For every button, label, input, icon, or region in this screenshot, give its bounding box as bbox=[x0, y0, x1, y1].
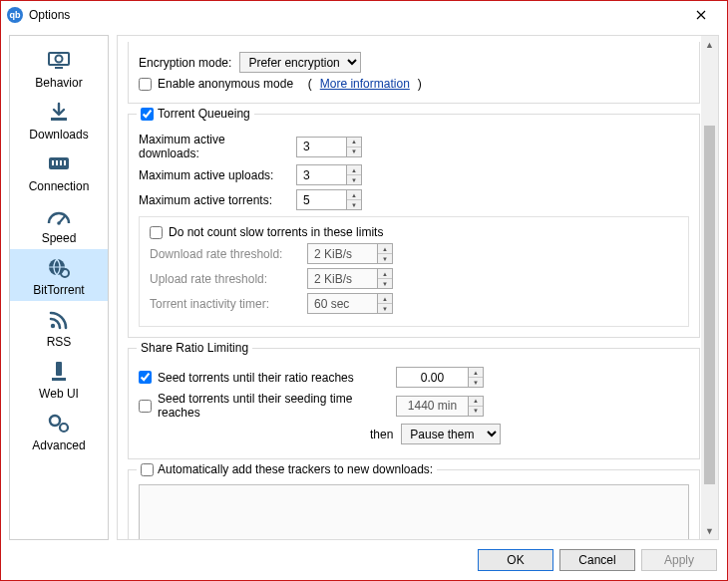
more-info-link[interactable]: More information bbox=[320, 77, 410, 91]
slow-checkbox-label[interactable]: Do not count slow torrents in these limi… bbox=[150, 225, 678, 239]
sidebar-label: Connection bbox=[29, 179, 90, 193]
slow-label: Do not count slow torrents in these limi… bbox=[169, 225, 383, 239]
apply-button: Apply bbox=[641, 549, 717, 571]
time-checkbox[interactable] bbox=[139, 400, 152, 413]
close-icon bbox=[696, 10, 706, 20]
anonymous-label: Enable anonymous mode bbox=[158, 77, 293, 91]
inactivity-label: Torrent inactivity timer: bbox=[150, 297, 299, 311]
globe-gear-icon bbox=[44, 255, 74, 281]
titlebar: qb Options bbox=[1, 1, 727, 29]
max-uploads-spin[interactable]: ▲▼ bbox=[296, 164, 362, 185]
cancel-label: Cancel bbox=[578, 553, 615, 567]
privacy-group: Encryption mode: Prefer encryption Enabl… bbox=[128, 42, 700, 104]
spin-buttons: ▲▼ bbox=[468, 396, 484, 417]
sidebar-label: Behavior bbox=[35, 76, 82, 90]
spin-buttons[interactable]: ▲▼ bbox=[346, 164, 362, 185]
sidebar-item-speed[interactable]: Speed bbox=[10, 197, 108, 249]
spin-buttons: ▲▼ bbox=[377, 293, 393, 314]
encryption-row: Encryption mode: Prefer encryption bbox=[139, 52, 689, 73]
app-icon: qb bbox=[7, 7, 23, 23]
spin-buttons: ▲▼ bbox=[377, 268, 393, 289]
ratio-checkbox-label[interactable]: Seed torrents until their ratio reaches bbox=[139, 371, 388, 385]
cancel-button[interactable]: Cancel bbox=[559, 549, 635, 571]
ratio-checkbox[interactable] bbox=[139, 371, 152, 384]
inactivity-input bbox=[307, 293, 377, 314]
sidebar-item-downloads[interactable]: Downloads bbox=[10, 94, 108, 145]
inactivity-spin: ▲▼ bbox=[307, 293, 393, 314]
sidebar-item-bittorrent[interactable]: BitTorrent bbox=[10, 249, 108, 301]
close-button[interactable] bbox=[681, 3, 721, 27]
queueing-legend: Torrent Queueing bbox=[137, 107, 254, 121]
slow-checkbox[interactable] bbox=[150, 226, 163, 239]
max-downloads-input[interactable] bbox=[296, 137, 346, 157]
encryption-select[interactable]: Prefer encryption bbox=[239, 52, 361, 73]
then-action-select[interactable]: Pause them bbox=[401, 424, 501, 444]
spin-buttons[interactable]: ▲▼ bbox=[468, 367, 484, 388]
max-downloads-row: Maximum active downloads: ▲▼ bbox=[139, 133, 689, 160]
svg-rect-7 bbox=[60, 160, 62, 165]
ul-threshold-spin: ▲▼ bbox=[307, 268, 393, 289]
inactivity-row: Torrent inactivity timer: ▲▼ bbox=[150, 293, 678, 314]
max-downloads-label: Maximum active downloads: bbox=[139, 133, 288, 160]
sidebar-label: BitTorrent bbox=[33, 283, 84, 297]
svg-rect-15 bbox=[52, 378, 66, 381]
max-torrents-input[interactable] bbox=[296, 189, 346, 210]
ul-threshold-row: Upload rate threshold: ▲▼ bbox=[150, 268, 678, 289]
sidebar-label: Speed bbox=[42, 231, 77, 245]
max-uploads-input[interactable] bbox=[296, 164, 346, 185]
dl-threshold-label: Download rate threshold: bbox=[150, 247, 299, 261]
max-torrents-label: Maximum active torrents: bbox=[139, 193, 288, 207]
max-torrents-spin[interactable]: ▲▼ bbox=[296, 189, 362, 210]
ok-button[interactable]: OK bbox=[478, 549, 553, 571]
apply-label: Apply bbox=[664, 553, 694, 567]
trackers-label: Automatically add these trackers to new … bbox=[158, 462, 433, 476]
gauge-icon bbox=[44, 203, 74, 229]
sidebar-item-behavior[interactable]: Behavior bbox=[10, 42, 108, 94]
sidebar-label: Web UI bbox=[39, 387, 79, 401]
max-downloads-spin[interactable]: ▲▼ bbox=[296, 137, 362, 157]
download-icon bbox=[44, 100, 74, 126]
sidebar-label: Downloads bbox=[29, 128, 88, 142]
queueing-group: Torrent Queueing Maximum active download… bbox=[128, 114, 700, 338]
svg-rect-6 bbox=[56, 160, 58, 165]
svg-rect-5 bbox=[52, 160, 54, 165]
sidebar: Behavior Downloads Connection Speed bbox=[9, 35, 109, 540]
trackers-group: Automatically add these trackers to new … bbox=[128, 469, 700, 539]
anonymous-checkbox-label[interactable]: Enable anonymous mode bbox=[139, 77, 293, 91]
encryption-label: Encryption mode: bbox=[139, 56, 231, 70]
svg-point-2 bbox=[56, 56, 63, 63]
ratio-spin[interactable]: ▲▼ bbox=[396, 367, 484, 388]
svg-rect-14 bbox=[56, 362, 62, 376]
max-uploads-label: Maximum active uploads: bbox=[139, 168, 288, 182]
anonymous-checkbox[interactable] bbox=[139, 78, 152, 91]
ratio-row: Seed torrents until their ratio reaches … bbox=[139, 367, 689, 388]
sidebar-item-rss[interactable]: RSS bbox=[10, 301, 108, 353]
ratio-label: Seed torrents until their ratio reaches bbox=[158, 371, 354, 385]
dl-threshold-input bbox=[307, 243, 377, 264]
time-checkbox-label[interactable]: Seed torrents until their seeding time r… bbox=[139, 392, 388, 420]
spin-buttons[interactable]: ▲▼ bbox=[346, 189, 362, 210]
svg-point-17 bbox=[60, 424, 68, 432]
svg-rect-3 bbox=[51, 118, 67, 121]
spin-buttons: ▲▼ bbox=[377, 243, 393, 264]
settings-content: Encryption mode: Prefer encryption Enabl… bbox=[118, 36, 718, 539]
seeding-time-row: Seed torrents until their seeding time r… bbox=[139, 392, 689, 420]
queueing-checkbox[interactable] bbox=[141, 108, 154, 121]
slow-torrents-subgroup: Do not count slow torrents in these limi… bbox=[139, 216, 689, 327]
sidebar-label: RSS bbox=[47, 335, 72, 349]
svg-rect-8 bbox=[64, 160, 66, 165]
time-spin: ▲▼ bbox=[396, 396, 484, 417]
dl-threshold-spin: ▲▼ bbox=[307, 243, 393, 264]
ul-threshold-input bbox=[307, 268, 377, 289]
trackers-checkbox[interactable] bbox=[141, 463, 154, 476]
spin-buttons[interactable]: ▲▼ bbox=[346, 137, 362, 157]
max-uploads-row: Maximum active uploads: ▲▼ bbox=[139, 164, 689, 185]
ratio-input[interactable] bbox=[396, 367, 468, 388]
sidebar-item-webui[interactable]: Web UI bbox=[10, 353, 108, 405]
gears-icon bbox=[44, 411, 74, 436]
trackers-textarea bbox=[139, 484, 689, 539]
options-window: qb Options Behavior Downloads bbox=[0, 0, 728, 581]
svg-rect-1 bbox=[55, 67, 63, 69]
sidebar-item-advanced[interactable]: Advanced bbox=[10, 405, 108, 456]
sidebar-item-connection[interactable]: Connection bbox=[10, 145, 108, 197]
